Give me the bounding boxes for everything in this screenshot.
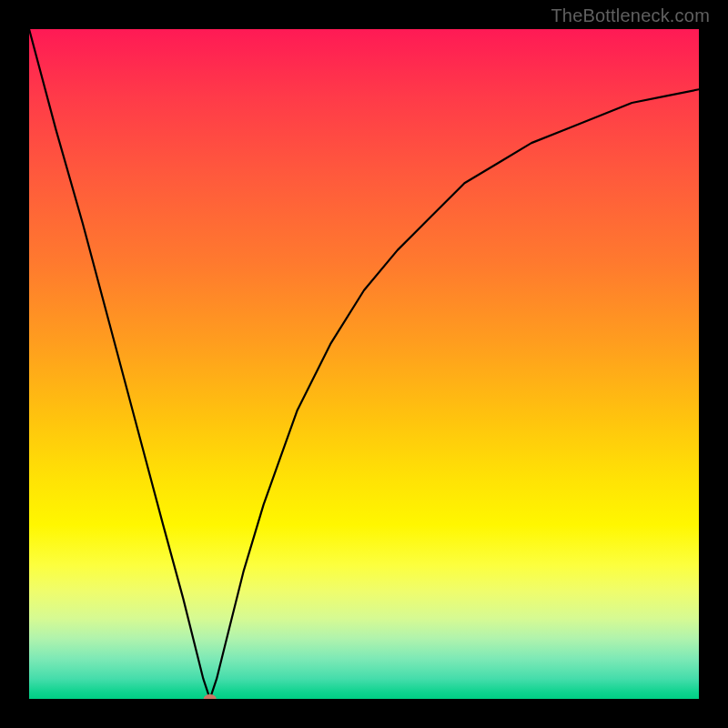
chart-frame: TheBottleneck.com [0, 0, 728, 728]
watermark-text: TheBottleneck.com [551, 5, 710, 26]
optimal-point-marker [204, 694, 217, 699]
plot-area [29, 29, 699, 699]
bottleneck-curve-svg [29, 29, 699, 699]
bottleneck-curve [29, 29, 699, 699]
